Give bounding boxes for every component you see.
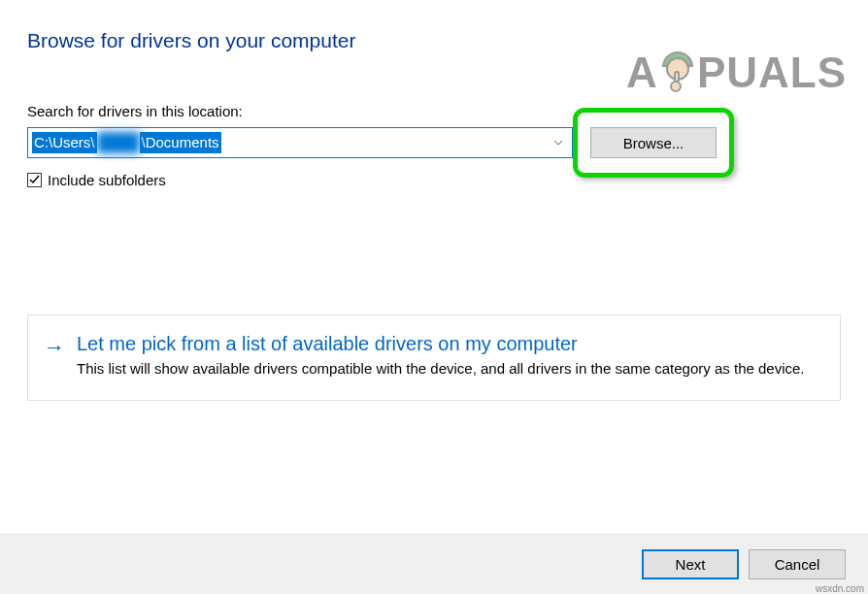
include-subfolders-label: Include subfolders	[48, 172, 166, 188]
path-text-redacted	[97, 132, 140, 153]
include-subfolders-checkbox[interactable]	[27, 173, 42, 187]
search-location-label: Search for drivers in this location:	[0, 52, 868, 119]
browse-button[interactable]: Browse...	[590, 127, 717, 158]
pick-from-list-option[interactable]: → Let me pick from a list of available d…	[27, 314, 841, 401]
pick-option-title: Let me pick from a list of available dri…	[77, 333, 805, 355]
path-text-prefix: C:\Users\	[32, 132, 97, 153]
page-title: Browse for drivers on your computer	[0, 0, 868, 52]
pick-option-description: This list will show available drivers co…	[77, 359, 805, 379]
attribution-text: wsxdn.com	[816, 583, 864, 594]
chevron-down-icon[interactable]	[552, 139, 564, 147]
arrow-right-icon: →	[44, 335, 65, 379]
button-bar: Next Cancel wsxdn.com	[0, 534, 868, 594]
driver-path-combobox[interactable]: C:\Users\\Documents	[27, 127, 573, 158]
path-text-suffix: \Documents	[140, 132, 221, 153]
cancel-button[interactable]: Cancel	[749, 549, 846, 579]
checkmark-icon	[29, 175, 40, 185]
next-button[interactable]: Next	[642, 549, 739, 579]
